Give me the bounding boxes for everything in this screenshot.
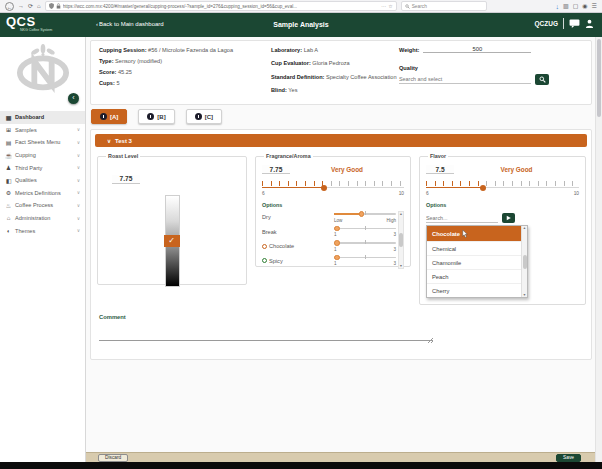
cups-value: 5	[116, 80, 119, 86]
slider-handle[interactable]	[334, 255, 340, 261]
option-label: Dry	[262, 211, 271, 220]
break-slider[interactable]	[334, 226, 396, 231]
menu-hamburger-icon[interactable]: ☰	[592, 2, 597, 11]
browser-home-icon[interactable]: ⌂	[37, 2, 41, 11]
account-icon[interactable]: ◉	[582, 2, 587, 11]
scroll-down-icon[interactable]: ▼	[399, 264, 402, 268]
sidebar-item-administration[interactable]: ⌂ Administration ∨	[0, 212, 85, 225]
sidebar-toggle-icon[interactable]: ▢	[573, 2, 579, 11]
chat-icon[interactable]	[569, 19, 580, 28]
scroll-down-icon[interactable]: ▼	[523, 293, 526, 297]
sidebar-item-label: Fact Sheets Menu	[15, 139, 60, 145]
tab-label: [B]	[157, 114, 165, 120]
dropdown-item-cherry[interactable]: Cherry	[427, 284, 521, 297]
slider-handle[interactable]	[334, 240, 340, 246]
tab-label: [C]	[205, 114, 213, 120]
dry-slider[interactable]	[334, 211, 396, 216]
sidebar-item-samples[interactable]: ⊞ Samples ∨	[0, 124, 85, 137]
discard-button[interactable]: Discard	[98, 454, 128, 462]
flavor-search-go-button[interactable]	[502, 213, 515, 223]
dropdown-scrollbar[interactable]: ▲ ▼	[521, 226, 527, 297]
sidebar-item-cupping[interactable]: ☕ Cupping ∨	[0, 149, 85, 162]
chevron-down-icon: ∨	[77, 127, 80, 132]
flavor-scale-labels: 6 10	[426, 191, 579, 196]
quality-search-input[interactable]	[399, 75, 531, 84]
page-scrollbar[interactable]	[595, 37, 602, 462]
slider-handle[interactable]	[334, 226, 340, 232]
comment-textarea[interactable]	[99, 329, 433, 341]
url-bar[interactable]: https://wcc.com.mx:4200/#/master/general…	[45, 1, 397, 11]
tab-cup-b[interactable]: [B]	[138, 109, 174, 124]
options-scrollbar[interactable]: ▲ ▼	[398, 211, 404, 269]
sidebar-item-third-party[interactable]: ♟ Third Party ∨	[0, 161, 85, 174]
comment-section: Comment	[99, 314, 433, 345]
browser-back-icon[interactable]: ←	[5, 2, 14, 11]
user-icon[interactable]	[585, 19, 594, 28]
scroll-up-icon[interactable]: ▲	[399, 212, 402, 216]
scroll-up-icon[interactable]: ▲	[523, 226, 526, 230]
chocolate-slider[interactable]	[334, 240, 396, 245]
slider-handle[interactable]	[480, 185, 486, 191]
tab-cup-c[interactable]: [C]	[186, 109, 222, 124]
sidebar-item-label: Cupping	[15, 152, 36, 158]
spicy-slider[interactable]	[334, 255, 396, 260]
sidebar-item-metrics-definitions[interactable]: ⚙ Metrics Definitions ∨	[0, 187, 85, 200]
sidebar-item-dashboard[interactable]: ▦ Dashboard	[0, 111, 85, 124]
url-more-icon[interactable]: ⋯	[381, 3, 386, 9]
weight-input[interactable]	[423, 45, 531, 53]
flavor-panel: Flavor Very Good 6 10	[419, 153, 586, 305]
themes-icon: ◐	[5, 228, 12, 234]
test-section-header[interactable]: ∨ Test 3	[95, 134, 587, 147]
slider-tick	[365, 211, 366, 215]
browser-search-placeholder: Search	[412, 4, 427, 9]
slider-handle[interactable]	[321, 185, 327, 191]
slider-handle[interactable]	[359, 211, 365, 217]
flavor-rating: Very Good	[501, 166, 533, 173]
dropdown-item-label: Chocolate	[432, 231, 460, 237]
flavor-value-input[interactable]	[426, 165, 454, 174]
dropdown-item-peach[interactable]: Peach	[427, 270, 521, 284]
sidebar-item-themes[interactable]: ◐ Themes ∨	[0, 224, 85, 237]
tab-label: [A]	[110, 114, 118, 120]
dropdown-item-chamomile[interactable]: Chamomile	[427, 256, 521, 270]
app-header: QCS NKG Coffee System ‹ Back to Main das…	[0, 13, 602, 37]
sidebar-item-coffee-process[interactable]: ♨ Coffee Process ∨	[0, 199, 85, 212]
download-icon[interactable]: ↓	[556, 3, 560, 10]
fragrance-score-slider[interactable]	[262, 181, 404, 190]
search-icon	[405, 4, 410, 9]
library-icon[interactable]: ▥	[563, 2, 569, 11]
dropdown-item-chemical[interactable]: Chemical	[427, 242, 521, 256]
comment-label: Comment	[99, 314, 433, 320]
roast-marker[interactable]: ✓	[164, 235, 180, 247]
sidebar-collapse-button[interactable]: ‹	[68, 93, 79, 104]
browser-reload-icon[interactable]: ⟳	[28, 2, 33, 11]
roast-gradient-slider[interactable]: ✓	[165, 195, 180, 287]
score-value: 45.25	[118, 69, 132, 75]
browser-forward-icon[interactable]: →	[18, 2, 24, 11]
save-button[interactable]: Save	[556, 454, 581, 462]
sidebar-menu: ▦ Dashboard ⊞ Samples ∨ ▤ Fact Sheets Me…	[0, 111, 85, 237]
resize-grip-icon[interactable]	[428, 338, 433, 343]
dropdown-item-chocolate[interactable]: Chocolate	[427, 226, 521, 242]
browser-search[interactable]: Search	[401, 1, 487, 11]
scrollbar-thumb[interactable]	[399, 233, 403, 247]
roast-level-value-input[interactable]	[112, 175, 140, 184]
administration-icon: ⌂	[5, 215, 12, 221]
fragrance-rating: Very Good	[331, 166, 363, 173]
flavor-options-dropdown: Chocolate Chemical Chamomile Peach Cherr…	[426, 225, 528, 298]
sidebar-item-qualities[interactable]: ◧ Qualities ∨	[0, 174, 85, 187]
bookmark-star-icon[interactable]: ☆	[388, 3, 392, 9]
scrollbar-thumb[interactable]	[523, 255, 527, 269]
page-scrollbar-thumb[interactable]	[597, 39, 601, 117]
flavor-score-slider[interactable]	[426, 181, 579, 190]
slider-tick	[365, 226, 366, 230]
coffee-process-icon: ♨	[5, 202, 12, 209]
shield-icon	[49, 3, 54, 9]
sidebar-item-fact-sheets[interactable]: ▤ Fact Sheets Menu ∨	[0, 136, 85, 149]
sidebar-item-label: Qualities	[15, 177, 37, 183]
flavor-search-input[interactable]	[426, 214, 498, 223]
quality-search-button[interactable]	[535, 74, 549, 85]
tab-cup-a[interactable]: [A]	[91, 109, 127, 124]
spicy-medal-icon	[262, 258, 267, 263]
fragrance-value-input[interactable]	[262, 165, 290, 174]
